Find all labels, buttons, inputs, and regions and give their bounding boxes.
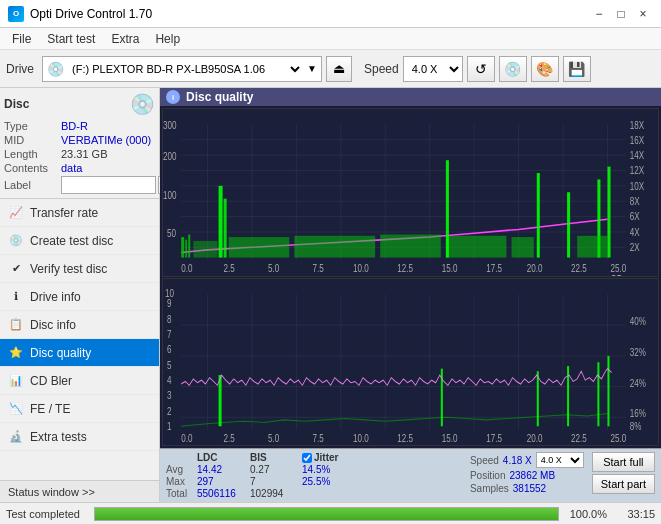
close-button[interactable]: × xyxy=(633,4,653,24)
nav-create-test-disc-label: Create test disc xyxy=(30,234,113,248)
svg-text:10.0: 10.0 xyxy=(353,263,369,274)
ldc-header: LDC xyxy=(197,452,249,463)
extra-tests-icon: 🔬 xyxy=(8,429,24,445)
nav-cd-bler[interactable]: 📊 CD Bler xyxy=(0,367,159,395)
jitter-checkbox[interactable] xyxy=(302,453,312,463)
maximize-button[interactable]: □ xyxy=(611,4,631,24)
svg-text:20.0: 20.0 xyxy=(527,263,543,274)
contents-value: data xyxy=(61,162,82,174)
start-full-button[interactable]: Start full xyxy=(592,452,655,472)
progress-area: Test completed 100.0% 33:15 xyxy=(0,502,661,524)
svg-text:24%: 24% xyxy=(630,377,646,388)
nav-disc-quality-label: Disc quality xyxy=(30,346,91,360)
svg-rect-49 xyxy=(193,241,217,258)
avg-jitter: 14.5% xyxy=(302,464,372,475)
svg-text:0.0: 0.0 xyxy=(181,263,192,274)
svg-text:100: 100 xyxy=(163,190,176,201)
disc-label-row: Label ✎ xyxy=(4,176,155,194)
svg-rect-103 xyxy=(219,375,222,426)
toolbar: Drive 💿 (F:) PLEXTOR BD-R PX-LB950SA 1.0… xyxy=(0,50,661,88)
create-test-disc-icon: 💿 xyxy=(8,233,24,249)
status-window-button[interactable]: Status window >> xyxy=(0,480,159,502)
total-ldc: 5506116 xyxy=(197,488,249,499)
disc-button[interactable]: 💿 xyxy=(499,56,527,82)
disc-title: Disc xyxy=(4,97,29,111)
svg-text:16X: 16X xyxy=(630,135,644,146)
status-window-label: Status window >> xyxy=(8,486,95,498)
svg-rect-52 xyxy=(380,235,441,258)
nav-disc-info[interactable]: 📋 Disc info xyxy=(0,311,159,339)
title-bar: O Opti Drive Control 1.70 − □ × xyxy=(0,0,661,28)
disc-length-row: Length 23.31 GB xyxy=(4,148,155,160)
svg-text:15.0: 15.0 xyxy=(442,263,458,274)
disc-contents-row: Contents data xyxy=(4,162,155,174)
mid-value: VERBATIMe (000) xyxy=(61,134,151,146)
svg-text:15.0: 15.0 xyxy=(442,432,458,443)
total-label: Total xyxy=(166,488,196,499)
eject-button[interactable]: ⏏ xyxy=(326,56,352,82)
menu-help[interactable]: Help xyxy=(147,30,188,48)
svg-rect-54 xyxy=(446,160,449,257)
menu-bar: File Start test Extra Help xyxy=(0,28,661,50)
max-bis: 7 xyxy=(250,476,290,487)
nav-verify-test-disc-label: Verify test disc xyxy=(30,262,107,276)
speed-label: Speed xyxy=(470,455,499,466)
disc-image-icon: 💿 xyxy=(130,92,155,116)
svg-rect-53 xyxy=(446,236,507,258)
max-label: Max xyxy=(166,476,196,487)
svg-text:20.0: 20.0 xyxy=(527,432,543,443)
color-button[interactable]: 🎨 xyxy=(531,56,559,82)
speed-dropdown[interactable]: 4.0 X xyxy=(403,56,463,82)
menu-extra[interactable]: Extra xyxy=(103,30,147,48)
svg-text:5.0: 5.0 xyxy=(268,432,279,443)
avg-ldc: 14.42 xyxy=(197,464,249,475)
disc-header: Disc 💿 xyxy=(4,92,155,116)
svg-text:5.0: 5.0 xyxy=(268,263,279,274)
drive-icon: 💿 xyxy=(47,61,64,77)
nav-verify-test-disc[interactable]: ✔ Verify test disc xyxy=(0,255,159,283)
sidebar: Disc 💿 Type BD-R MID VERBATIMe (000) Len… xyxy=(0,88,160,502)
drive-info-icon: ℹ xyxy=(8,289,24,305)
total-bis: 102994 xyxy=(250,488,290,499)
svg-text:12.5: 12.5 xyxy=(397,263,413,274)
label-input[interactable] xyxy=(61,176,156,194)
save-button[interactable]: 💾 xyxy=(563,56,591,82)
svg-text:3: 3 xyxy=(167,390,172,401)
nav-transfer-rate[interactable]: 📈 Transfer rate xyxy=(0,199,159,227)
position-row: Position 23862 MB xyxy=(470,470,584,481)
refresh-button[interactable]: ↺ xyxy=(467,56,495,82)
time-display: 33:15 xyxy=(615,508,655,520)
svg-text:32%: 32% xyxy=(630,346,646,357)
position-label: Position xyxy=(470,470,506,481)
nav-fe-te-label: FE / TE xyxy=(30,402,70,416)
content-area: i Disc quality LDC Read speed xyxy=(160,88,661,502)
nav-fe-te[interactable]: 📉 FE / TE xyxy=(0,395,159,423)
nav-drive-info[interactable]: ℹ Drive info xyxy=(0,283,159,311)
action-buttons: Start full Start part xyxy=(592,452,655,494)
svg-text:6: 6 xyxy=(167,344,172,355)
speed-label: Speed xyxy=(364,62,399,76)
svg-rect-46 xyxy=(188,235,190,258)
drive-dropdown[interactable]: (F:) PLEXTOR BD-R PX-LB950SA 1.06 xyxy=(68,62,303,76)
svg-text:2X: 2X xyxy=(630,242,640,253)
svg-rect-58 xyxy=(607,167,610,258)
menu-start-test[interactable]: Start test xyxy=(39,30,103,48)
nav-extra-tests[interactable]: 🔬 Extra tests xyxy=(0,423,159,451)
stats-empty xyxy=(166,452,196,463)
nav-create-test-disc[interactable]: 💿 Create test disc xyxy=(0,227,159,255)
jitter-header: Jitter xyxy=(314,452,338,463)
menu-file[interactable]: File xyxy=(4,30,39,48)
nav-disc-quality[interactable]: ⭐ Disc quality xyxy=(0,339,159,367)
svg-text:22.5: 22.5 xyxy=(571,263,587,274)
speed-select[interactable]: 4.0 X xyxy=(536,452,584,468)
nav-drive-info-label: Drive info xyxy=(30,290,81,304)
transfer-rate-icon: 📈 xyxy=(8,205,24,221)
cd-bler-icon: 📊 xyxy=(8,373,24,389)
start-part-button[interactable]: Start part xyxy=(592,474,655,494)
minimize-button[interactable]: − xyxy=(589,4,609,24)
svg-text:8: 8 xyxy=(167,313,172,324)
svg-text:22.5: 22.5 xyxy=(571,432,587,443)
type-value: BD-R xyxy=(61,120,88,132)
fe-te-icon: 📉 xyxy=(8,401,24,417)
samples-row: Samples 381552 xyxy=(470,483,584,494)
